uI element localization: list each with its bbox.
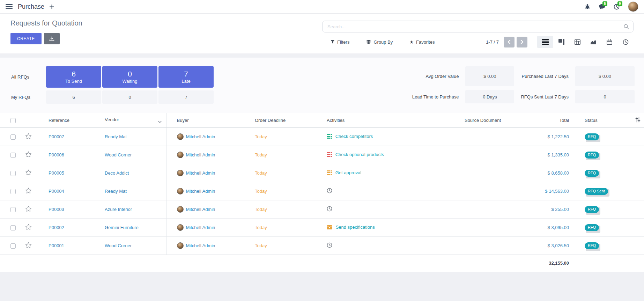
to-send-button[interactable]: 6 To Send (46, 66, 101, 88)
activity-label[interactable]: Get approval (335, 170, 361, 175)
table-row[interactable]: P00003 Azure Interior Mitchell Admin Tod… (0, 200, 644, 219)
my-late-value[interactable]: 7 (158, 90, 214, 104)
avg-order-value-label: Avg Order Value (412, 74, 459, 79)
activities-clock-icon[interactable]: 9 (614, 4, 620, 10)
vendor-link[interactable]: Wood Corner (105, 243, 132, 248)
favorite-star-icon[interactable] (25, 151, 32, 157)
activity-cell[interactable] (320, 237, 437, 255)
activity-clock-icon[interactable] (327, 188, 332, 194)
my-to-send-value[interactable]: 6 (46, 90, 101, 104)
app-name[interactable]: Purchase (18, 3, 44, 10)
vendor-link[interactable]: Ready Mat (105, 189, 127, 194)
favorite-star-icon[interactable] (25, 224, 32, 230)
kanban-view-button[interactable] (553, 36, 569, 48)
activity-view-button[interactable] (617, 36, 634, 48)
table-row[interactable]: P00001 Wood Corner Mitchell Admin Today … (0, 237, 644, 255)
favorite-star-icon[interactable] (25, 169, 32, 176)
search-input[interactable] (327, 24, 623, 30)
graph-view-button[interactable] (585, 36, 601, 48)
filters-button[interactable]: Filters (328, 39, 351, 45)
search-icon[interactable] (623, 24, 629, 29)
buyer-link[interactable]: Mitchell Admin (186, 225, 215, 230)
activity-clock-icon[interactable] (327, 206, 332, 213)
buyer-link[interactable]: Mitchell Admin (186, 189, 215, 194)
reference-link[interactable]: P00001 (49, 243, 64, 248)
column-header-order-deadline[interactable]: Order Deadline (248, 113, 320, 128)
debug-bug-icon[interactable] (585, 4, 590, 9)
row-checkbox[interactable] (10, 171, 16, 176)
row-checkbox[interactable] (10, 207, 16, 212)
row-checkbox[interactable] (10, 134, 16, 140)
activity-cell[interactable]: Check optional products (320, 146, 437, 164)
optional-columns-button[interactable] (632, 113, 644, 128)
table-row[interactable]: P00007 Ready Mat Mitchell Admin Today Ch… (0, 128, 644, 146)
buyer-link[interactable]: Mitchell Admin (186, 152, 215, 157)
create-button[interactable]: CREATE (10, 33, 42, 44)
buyer-link[interactable]: Mitchell Admin (186, 243, 215, 248)
buyer-link[interactable]: Mitchell Admin (186, 170, 215, 176)
activity-cell[interactable]: Check competitors (320, 128, 437, 146)
activity-list-icon[interactable] (327, 170, 332, 176)
column-header-status[interactable]: Status (581, 113, 632, 128)
messages-icon[interactable]: 5 (599, 4, 605, 10)
column-header-activities[interactable]: Activities (320, 113, 437, 128)
reference-link[interactable]: P00005 (49, 170, 64, 176)
reference-link[interactable]: P00007 (49, 134, 64, 139)
activity-envelope-icon[interactable] (327, 225, 332, 230)
favorite-star-icon[interactable] (25, 188, 32, 194)
favorite-star-icon[interactable] (25, 242, 32, 248)
activity-label[interactable]: Check competitors (335, 134, 373, 139)
vendor-link[interactable]: Gemini Furniture (105, 225, 139, 230)
group-by-button[interactable]: Group By (364, 39, 395, 45)
waiting-button[interactable]: 0 Waiting (102, 66, 157, 88)
select-all-checkbox[interactable] (10, 118, 16, 123)
row-checkbox[interactable] (10, 189, 16, 194)
row-checkbox[interactable] (10, 243, 16, 249)
search-box[interactable] (322, 21, 634, 32)
buyer-link[interactable]: Mitchell Admin (186, 207, 215, 212)
activity-label[interactable]: Send specifications (336, 225, 375, 230)
vendor-link[interactable]: Wood Corner (105, 152, 132, 157)
vendor-link[interactable]: Deco Addict (105, 170, 129, 176)
pager-next-button[interactable] (517, 37, 527, 47)
activity-label[interactable]: Check optional products (335, 152, 384, 157)
activity-cell[interactable]: Get approval (320, 164, 437, 182)
table-row[interactable]: P00006 Wood Corner Mitchell Admin Today … (0, 146, 644, 164)
user-avatar[interactable] (628, 1, 638, 12)
row-checkbox[interactable] (10, 225, 16, 230)
vendor-link[interactable]: Ready Mat (105, 134, 127, 139)
activity-list-icon[interactable] (327, 152, 332, 158)
late-button[interactable]: 7 Late (158, 66, 214, 88)
export-button[interactable] (44, 33, 60, 44)
column-header-total[interactable]: Total (529, 113, 581, 128)
favorite-star-icon[interactable] (25, 133, 32, 139)
column-header-vendor[interactable]: Vendor (93, 113, 166, 128)
activity-clock-icon[interactable] (327, 242, 332, 249)
reference-link[interactable]: P00004 (49, 189, 64, 194)
table-row[interactable]: P00005 Deco Addict Mitchell Admin Today … (0, 164, 644, 182)
table-row[interactable]: P00002 Gemini Furniture Mitchell Admin T… (0, 219, 644, 237)
pager-previous-button[interactable] (504, 37, 515, 47)
my-waiting-value[interactable]: 0 (102, 90, 157, 104)
reference-link[interactable]: P00006 (49, 152, 64, 157)
activity-cell[interactable] (320, 182, 437, 200)
apps-menu-icon[interactable] (6, 4, 13, 9)
column-header-buyer[interactable]: Buyer (166, 113, 248, 128)
activity-cell[interactable] (320, 200, 437, 219)
vendor-link[interactable]: Azure Interior (105, 207, 132, 212)
plus-icon[interactable] (50, 5, 54, 9)
buyer-link[interactable]: Mitchell Admin (186, 134, 215, 139)
row-checkbox[interactable] (10, 153, 16, 158)
activity-cell[interactable]: Send specifications (320, 219, 437, 237)
activity-list-icon[interactable] (327, 134, 332, 140)
list-view-button[interactable] (537, 36, 553, 48)
reference-link[interactable]: P00002 (49, 225, 64, 230)
pivot-view-button[interactable] (569, 36, 585, 48)
favorites-button[interactable]: ★ Favorites (407, 39, 437, 45)
favorite-star-icon[interactable] (25, 206, 32, 212)
reference-link[interactable]: P00003 (49, 207, 64, 212)
table-row[interactable]: P00004 Ready Mat Mitchell Admin Today $ … (0, 182, 644, 200)
column-header-source-document[interactable]: Source Document (437, 113, 529, 128)
calendar-view-button[interactable] (601, 36, 617, 48)
column-header-reference[interactable]: Reference (37, 113, 93, 128)
